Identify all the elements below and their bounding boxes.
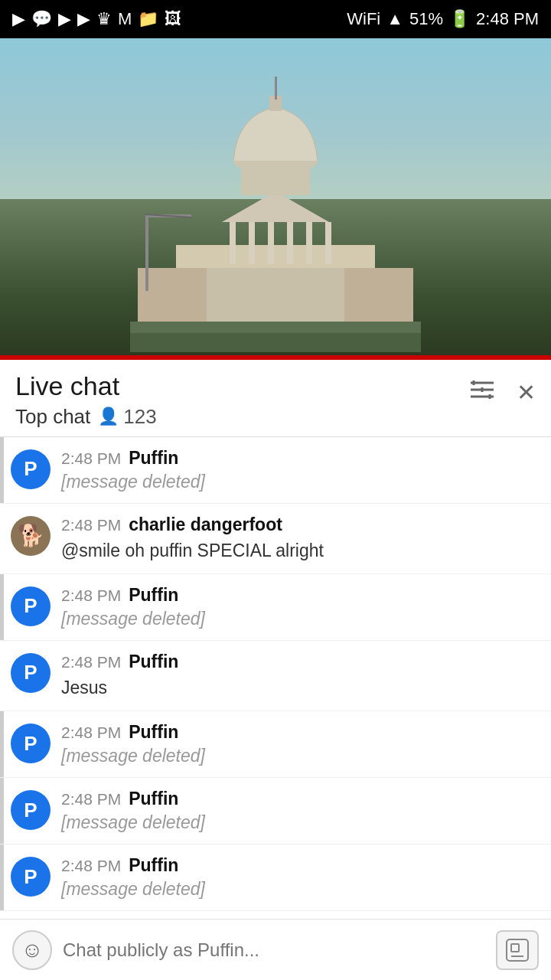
message-content: 2:48 PMPuffin[message deleted] [61, 789, 539, 833]
deleted-indicator [0, 711, 4, 777]
chat-message: P2:48 PMPuffin[message deleted] [0, 778, 551, 844]
avatar: P [11, 790, 51, 830]
message-author: Puffin [129, 722, 178, 743]
message-meta: 2:48 PMPuffin [61, 585, 539, 606]
battery-percent: 51% [409, 9, 443, 29]
avatar: 🐕 [11, 516, 51, 556]
m-icon: M [118, 9, 132, 29]
message-meta: 2:48 PMPuffin [61, 789, 539, 809]
person-icon: 👤 [98, 407, 119, 426]
deleted-indicator [0, 574, 4, 640]
svg-rect-1 [176, 245, 375, 268]
svg-rect-19 [145, 214, 148, 291]
chat-input[interactable] [63, 930, 485, 970]
message-time: 2:48 PM [61, 449, 121, 468]
chat-message: P2:48 PMPuffin[message deleted] [0, 844, 551, 911]
svg-rect-3 [344, 268, 413, 322]
message-time: 2:48 PM [61, 724, 121, 742]
message-author: Puffin [129, 652, 178, 672]
youtube2-icon: ▶ [77, 9, 90, 29]
message-time: 2:48 PM [61, 586, 121, 605]
filter-icon[interactable] [469, 378, 495, 407]
message-time: 2:48 PM [61, 653, 121, 671]
message-meta: 2:48 PMPuffin [61, 652, 539, 672]
avatar-column: 🐕 [0, 514, 61, 556]
message-content: 2:48 PMPuffin[message deleted] [61, 585, 539, 629]
message-text: [message deleted] [61, 609, 539, 629]
chat-messages-list: P2:48 PMPuffin[message deleted]🐕2:48 PMc… [0, 437, 551, 980]
svg-rect-0 [191, 260, 360, 322]
signal-icon: ▲ [386, 9, 403, 29]
message-author: Puffin [129, 585, 178, 606]
svg-rect-6 [230, 222, 236, 264]
close-button[interactable]: ✕ [517, 379, 536, 406]
chat-header-right: ✕ [469, 371, 536, 407]
message-content: 2:48 PMPuffin[message deleted] [61, 722, 539, 766]
top-chat-label[interactable]: Top chat [15, 405, 90, 429]
svg-rect-11 [325, 222, 331, 264]
video-player[interactable] [0, 38, 551, 360]
avatar-column: P [0, 722, 61, 763]
svg-rect-10 [306, 222, 312, 264]
chat-header: Live chat Top chat 👤 123 ✕ [0, 360, 551, 437]
status-icons-left: ▶ 💬 ▶ ▶ ♛ M 📁 🖼 [12, 9, 181, 29]
youtube-icon: ▶ [58, 9, 71, 29]
chat-message: P2:48 PMPuffinJesus [0, 641, 551, 711]
chat-message: P2:48 PMPuffin[message deleted] [0, 711, 551, 778]
message-time: 2:48 PM [61, 857, 121, 875]
status-bar: ▶ 💬 ▶ ▶ ♛ M 📁 🖼 WiFi ▲ 51% 🔋 2:48 PM [0, 0, 551, 38]
image-icon: 🖼 [165, 9, 181, 29]
message-author: Puffin [129, 448, 178, 469]
svg-rect-18 [130, 333, 421, 352]
top-chat-row: Top chat 👤 123 [15, 405, 157, 429]
folder-icon: 📁 [138, 9, 158, 29]
avatar-column: P [0, 855, 61, 897]
svg-rect-30 [511, 944, 519, 952]
message-meta: 2:48 PMcharlie dangerfoot [61, 514, 539, 535]
avatar: P [11, 653, 51, 693]
avatar: P [11, 724, 51, 763]
send-button[interactable] [496, 930, 539, 970]
deleted-indicator [0, 437, 4, 503]
live-chat-title: Live chat [15, 371, 157, 402]
message-meta: 2:48 PMPuffin [61, 855, 539, 876]
video-content [130, 61, 421, 355]
svg-rect-8 [268, 222, 274, 264]
message-text: [message deleted] [61, 812, 539, 833]
chat-message: P2:48 PMPuffin[message deleted] [0, 574, 551, 641]
message-author: Puffin [129, 855, 178, 876]
message-meta: 2:48 PMPuffin [61, 722, 539, 743]
avatar: P [11, 449, 51, 489]
message-text: @smile oh puffin SPECIAL alright [61, 538, 539, 563]
message-text: [message deleted] [61, 879, 539, 900]
message-content: 2:48 PMPuffinJesus [61, 652, 539, 700]
message-icon: 💬 [31, 9, 52, 29]
message-time: 2:48 PM [61, 516, 121, 534]
message-author: Puffin [129, 789, 178, 809]
time-display: 2:48 PM [476, 9, 539, 29]
message-content: 2:48 PMPuffin[message deleted] [61, 448, 539, 492]
svg-marker-12 [222, 191, 329, 222]
message-time: 2:48 PM [61, 790, 121, 808]
play-icon: ▶ [12, 9, 25, 29]
message-text: [message deleted] [61, 746, 539, 766]
avatar-column: P [0, 652, 61, 693]
message-text: [message deleted] [61, 472, 539, 492]
message-text: Jesus [61, 675, 539, 700]
viewer-count: 👤 123 [98, 405, 156, 429]
avatar-column: P [0, 585, 61, 626]
emoji-button[interactable]: ☺ [12, 930, 52, 970]
deleted-indicator [0, 844, 4, 910]
svg-rect-9 [287, 222, 293, 264]
message-content: 2:48 PMPuffin[message deleted] [61, 855, 539, 900]
svg-rect-29 [507, 939, 528, 961]
viewer-count-number: 123 [123, 405, 156, 429]
avatar: P [11, 857, 51, 897]
message-content: 2:48 PMcharlie dangerfoot@smile oh puffi… [61, 514, 539, 563]
video-progress-bar[interactable] [0, 355, 551, 360]
svg-rect-7 [249, 222, 255, 264]
wifi-icon: WiFi [347, 9, 380, 29]
battery-icon: 🔋 [449, 9, 470, 29]
svg-rect-16 [275, 77, 277, 100]
avatar-column: P [0, 789, 61, 830]
